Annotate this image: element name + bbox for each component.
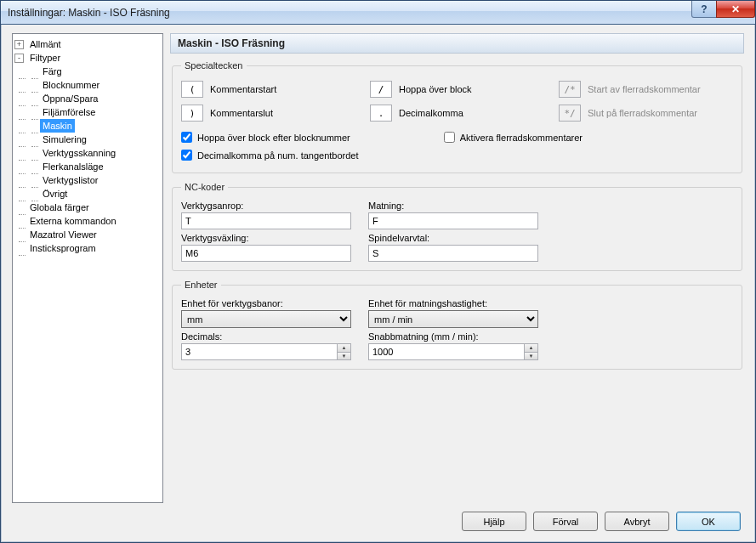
label-toolpath-unit: Enhet för verktygsbanor: bbox=[181, 298, 351, 308]
category-tree[interactable]: + Allmänt - Filtyper Färg Blocknummer Öp… bbox=[12, 33, 163, 503]
tree-item-flerkanalslage[interactable]: Flerkanalsläge bbox=[40, 160, 106, 173]
content-panel: Maskin - ISO Fräsning Specialtecken ( Ko… bbox=[170, 33, 744, 503]
spinner-buttons[interactable]: ▲ ▼ bbox=[524, 343, 538, 360]
ok-button[interactable]: OK bbox=[676, 512, 741, 531]
dialog-buttons: Hjälp Förval Avbryt OK bbox=[12, 503, 744, 533]
input-tool-call[interactable] bbox=[181, 212, 351, 229]
client-area: + Allmänt - Filtyper Färg Blocknummer Öp… bbox=[1, 25, 755, 542]
checkbox-enable-multiline[interactable]: Aktivera flerradskommentarer bbox=[444, 132, 583, 143]
label-spindle: Spindelvarvtal: bbox=[368, 233, 538, 243]
titlebar: Inställningar: Maskin - ISO Fräsning ? ✕ bbox=[1, 1, 755, 25]
group-legend: Enheter bbox=[181, 280, 221, 290]
chevron-down-icon[interactable]: ▼ bbox=[338, 353, 350, 360]
tree-item-verktygsskanning[interactable]: Verktygsskanning bbox=[40, 146, 118, 160]
close-icon[interactable]: ✕ bbox=[716, 1, 755, 18]
checkbox-input[interactable] bbox=[181, 150, 192, 161]
comment-start-char[interactable]: ( bbox=[181, 81, 203, 98]
ml-end-char: */ bbox=[559, 105, 581, 122]
group-nc-koder: NC-koder Verktygsanrop: Matning: Verktyg… bbox=[172, 182, 742, 271]
comment-end-label: Kommentarslut bbox=[210, 108, 273, 118]
label-feed: Matning: bbox=[368, 201, 538, 211]
tree-item-filtyper[interactable]: Filtyper bbox=[27, 51, 63, 65]
select-feed-unit[interactable]: mm / min bbox=[368, 310, 538, 328]
tree-item-insticksprogram[interactable]: Insticksprogram bbox=[27, 241, 99, 255]
tree-item-verktygslistor[interactable]: Verktygslistor bbox=[40, 173, 100, 187]
label-tool-change: Verktygsväxling: bbox=[181, 233, 351, 243]
main-area: + Allmänt - Filtyper Färg Blocknummer Öp… bbox=[12, 33, 744, 503]
help-button[interactable]: Hjälp bbox=[462, 512, 526, 531]
help-icon[interactable]: ? bbox=[691, 1, 717, 18]
input-feed[interactable] bbox=[368, 212, 538, 229]
cancel-button[interactable]: Avbryt bbox=[605, 512, 669, 531]
comment-start-label: Kommentarstart bbox=[210, 84, 276, 94]
tree-item-blocknummer[interactable]: Blocknummer bbox=[40, 78, 102, 92]
input-decimals[interactable] bbox=[181, 343, 337, 360]
tree-item-globala-farger[interactable]: Globala färger bbox=[27, 201, 92, 214]
ml-end-label: Slut på flerradskommentar bbox=[588, 108, 697, 118]
skip-block-label: Hoppa över block bbox=[399, 84, 472, 94]
tree-item-farg[interactable]: Färg bbox=[40, 65, 65, 78]
settings-window: Inställningar: Maskin - ISO Fräsning ? ✕… bbox=[0, 0, 756, 543]
checkbox-input[interactable] bbox=[444, 132, 455, 143]
label-tool-call: Verktygsanrop: bbox=[181, 201, 351, 211]
group-legend: Specialtecken bbox=[181, 60, 247, 71]
input-tool-change[interactable] bbox=[181, 245, 351, 262]
label-decimals: Decimals: bbox=[181, 331, 351, 342]
chevron-up-icon[interactable]: ▲ bbox=[338, 344, 350, 353]
chevron-down-icon[interactable]: ▼ bbox=[525, 353, 537, 360]
tree-item-oppna-spara[interactable]: Öppna/Spara bbox=[40, 92, 100, 105]
tree-item-mazatrol-viewer[interactable]: Mazatrol Viewer bbox=[27, 228, 99, 241]
spinner-buttons[interactable]: ▲ ▼ bbox=[337, 343, 351, 360]
spinner-rapid[interactable]: ▲ ▼ bbox=[368, 343, 538, 360]
expand-icon[interactable]: + bbox=[14, 40, 24, 49]
ml-start-char: /* bbox=[559, 81, 581, 98]
label-feed-unit: Enhet för matningshastighet: bbox=[368, 298, 538, 308]
tree-item-ovrigt[interactable]: Övrigt bbox=[40, 187, 70, 201]
comment-end-char[interactable]: ) bbox=[181, 105, 203, 122]
checkbox-skip-after-blocknum[interactable]: Hoppa över block efter blocknummer bbox=[181, 132, 350, 143]
tree-item-allmant[interactable]: Allmänt bbox=[27, 37, 64, 51]
checkbox-input[interactable] bbox=[181, 132, 192, 143]
group-specialtecken: Specialtecken ( Kommentarstart / Hoppa ö… bbox=[172, 60, 742, 173]
tree-item-filjamforelse[interactable]: Filjämförelse bbox=[40, 105, 98, 119]
tree-item-externa-kommandon[interactable]: Externa kommandon bbox=[27, 214, 119, 228]
tree-item-maskin[interactable]: Maskin bbox=[40, 119, 75, 133]
collapse-icon[interactable]: - bbox=[14, 54, 24, 63]
input-spindle[interactable] bbox=[368, 245, 538, 262]
input-rapid[interactable] bbox=[368, 343, 524, 360]
chevron-up-icon[interactable]: ▲ bbox=[525, 344, 537, 353]
decimal-char[interactable]: . bbox=[370, 105, 392, 122]
defaults-button[interactable]: Förval bbox=[533, 512, 598, 531]
spinner-decimals[interactable]: ▲ ▼ bbox=[181, 343, 351, 360]
decimal-label: Decimalkomma bbox=[399, 108, 463, 118]
select-toolpath-unit[interactable]: mm bbox=[181, 310, 351, 328]
skip-block-char[interactable]: / bbox=[370, 81, 392, 98]
ml-start-label: Start av flerradskommentar bbox=[588, 84, 701, 94]
label-rapid: Snabbmatning (mm / min): bbox=[368, 331, 538, 342]
group-legend: NC-koder bbox=[181, 182, 228, 192]
group-enheter: Enheter Enhet för verktygsbanor: Enhet f… bbox=[172, 280, 742, 370]
titlebar-buttons: ? ✕ bbox=[692, 1, 755, 18]
window-title: Inställningar: Maskin - ISO Fräsning bbox=[8, 7, 170, 19]
tree-item-simulering[interactable]: Simulering bbox=[40, 133, 89, 146]
page-title: Maskin - ISO Fräsning bbox=[170, 33, 744, 54]
checkbox-decimal-numpad[interactable]: Decimalkomma på num. tangentbordet bbox=[181, 150, 733, 161]
